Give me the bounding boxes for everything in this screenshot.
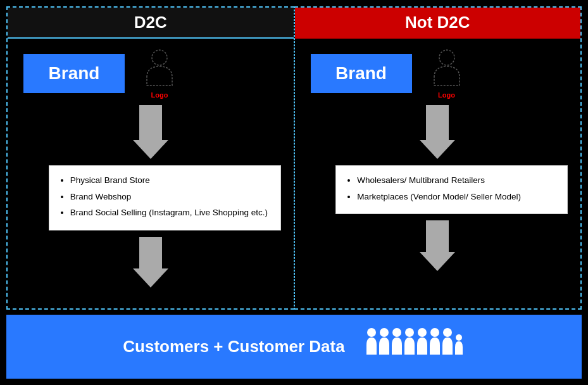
bottom-section: Customers + Customer Data: [6, 315, 582, 379]
not-d2c-arrow-top: [301, 105, 575, 159]
not-d2c-brand-label: Brand: [335, 63, 387, 83]
not-d2c-arrow-head-1: [420, 140, 455, 159]
d2c-header: D2C: [8, 8, 294, 39]
d2c-logo-text: Logo: [151, 91, 168, 99]
svg-point-9: [456, 334, 462, 341]
svg-point-0: [152, 50, 167, 65]
not-d2c-brand-row: Brand Logo: [301, 48, 575, 99]
d2c-arrow-bottom: [14, 237, 287, 287]
not-d2c-bullet-list: Wholesalers/ Multibrand Retailers Market…: [346, 174, 558, 203]
d2c-logo-placeholder: Logo: [131, 48, 188, 99]
d2c-arrow-head-1: [133, 140, 168, 159]
not-d2c-logo-placeholder: Logo: [418, 48, 475, 99]
not-d2c-arrow-shaft-2: [426, 220, 449, 252]
svg-point-5: [405, 328, 414, 337]
d2c-arrow-shaft-2: [139, 237, 162, 268]
top-section: D2C Brand Logo: [6, 6, 582, 310]
d2c-brand-label: Brand: [49, 63, 100, 83]
svg-point-7: [430, 328, 439, 337]
d2c-brand-row: Brand Logo: [14, 48, 287, 99]
not-d2c-brand-box: Brand: [311, 54, 412, 93]
not-d2c-logo-text: Logo: [438, 91, 455, 99]
not-d2c-column: Not D2C Brand Logo: [294, 6, 582, 310]
not-d2c-content: Brand Logo: [295, 39, 581, 308]
not-d2c-arrow-bottom: [301, 220, 575, 271]
d2c-arrow-shaft-1: [139, 105, 162, 140]
d2c-title: D2C: [134, 13, 167, 32]
d2c-content: Brand Logo: [8, 39, 294, 308]
not-d2c-header: Not D2C: [295, 8, 581, 39]
svg-point-6: [418, 328, 427, 337]
not-d2c-bullet-box: Wholesalers/ Multibrand Retailers Market…: [335, 165, 568, 214]
main-container: D2C Brand Logo: [0, 0, 588, 385]
d2c-bullet-1: Physical Brand Store: [70, 174, 271, 187]
d2c-arrow-top: [14, 105, 287, 159]
d2c-column: D2C Brand Logo: [6, 6, 294, 310]
d2c-bullet-2: Brand Webshop: [70, 190, 271, 204]
d2c-logo-icon: [134, 49, 185, 90]
d2c-brand-box: Brand: [23, 54, 125, 93]
not-d2c-arrow-head-2: [420, 252, 455, 271]
not-d2c-bullet-1: Wholesalers/ Multibrand Retailers: [357, 174, 558, 187]
d2c-bullet-3: Brand Social Selling (Instagram, Live Sh…: [70, 206, 271, 220]
d2c-bullet-list: Physical Brand Store Brand Webshop Brand…: [59, 174, 271, 220]
svg-point-2: [367, 328, 376, 337]
customers-label: Customers + Customer Data: [123, 337, 344, 357]
not-d2c-logo-icon: [422, 49, 472, 90]
svg-point-3: [380, 328, 389, 337]
d2c-bullet-box: Physical Brand Store Brand Webshop Brand…: [49, 165, 281, 230]
not-d2c-title: Not D2C: [405, 13, 470, 32]
not-d2c-arrow-shaft-1: [426, 105, 449, 140]
svg-point-8: [443, 328, 452, 337]
people-group-icon: [364, 326, 465, 367]
d2c-arrow-head-2: [133, 268, 168, 287]
svg-point-1: [439, 50, 454, 65]
svg-point-4: [392, 328, 401, 337]
not-d2c-bullet-2: Marketplaces (Vendor Model/ Seller Model…: [357, 190, 558, 204]
